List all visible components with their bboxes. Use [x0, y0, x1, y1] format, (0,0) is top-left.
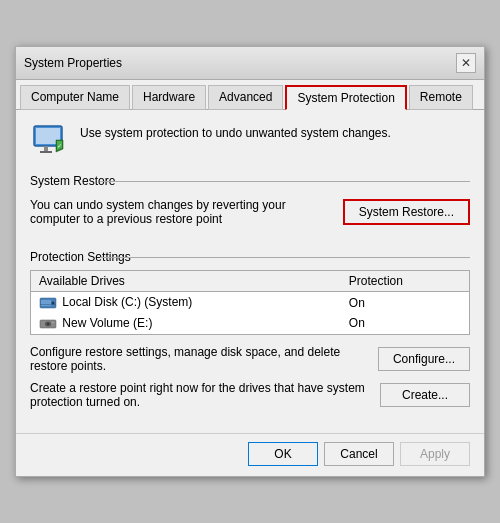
- drive-name-local: Local Disk (C:) (System): [31, 292, 341, 313]
- svg-text:✓: ✓: [57, 143, 62, 149]
- header-description: Use system protection to undo unwanted s…: [80, 122, 391, 140]
- create-description: Create a restore point right now for the…: [30, 381, 370, 409]
- hard-drive-icon: [39, 296, 57, 310]
- create-row: Create a restore point right now for the…: [30, 381, 470, 409]
- tab-hardware[interactable]: Hardware: [132, 85, 206, 110]
- system-restore-row: You can undo system changes by reverting…: [30, 198, 470, 226]
- tab-advanced[interactable]: Advanced: [208, 85, 283, 110]
- drive-name-new: New Volume (E:): [31, 313, 341, 334]
- window-title: System Properties: [24, 56, 122, 70]
- svg-rect-14: [52, 322, 54, 323]
- svg-point-13: [47, 323, 49, 325]
- svg-rect-8: [41, 300, 51, 306]
- svg-rect-10: [40, 304, 56, 305]
- system-protection-icon: ✓: [30, 122, 70, 162]
- protection-status-new: On: [341, 313, 469, 334]
- close-button[interactable]: ✕: [456, 53, 476, 73]
- system-restore-button[interactable]: System Restore...: [343, 199, 470, 225]
- tab-remote[interactable]: Remote: [409, 85, 473, 110]
- tab-computer-name[interactable]: Computer Name: [20, 85, 130, 110]
- configure-button[interactable]: Configure...: [378, 347, 470, 371]
- protection-settings-section: Protection Settings Available Drives Pro…: [30, 250, 470, 409]
- system-restore-label: System Restore: [30, 174, 470, 188]
- header-section: ✓ Use system protection to undo unwanted…: [30, 122, 470, 162]
- title-bar: System Properties ✕: [16, 47, 484, 80]
- tab-system-protection[interactable]: System Protection: [285, 85, 406, 110]
- system-restore-content: You can undo system changes by reverting…: [30, 194, 470, 238]
- disk-drive-icon: [39, 317, 57, 331]
- apply-button[interactable]: Apply: [400, 442, 470, 466]
- system-restore-description: You can undo system changes by reverting…: [30, 198, 333, 226]
- drives-table-container: Available Drives Protection: [30, 270, 470, 335]
- table-row: Local Disk (C:) (System) On: [31, 292, 469, 313]
- table-row: New Volume (E:) On: [31, 313, 469, 334]
- system-properties-dialog: System Properties ✕ Computer Name Hardwa…: [15, 46, 485, 477]
- svg-rect-2: [44, 146, 48, 151]
- ok-button[interactable]: OK: [248, 442, 318, 466]
- col-drives: Available Drives: [31, 271, 341, 292]
- tab-bar: Computer Name Hardware Advanced System P…: [16, 80, 484, 110]
- system-restore-section: System Restore You can undo system chang…: [30, 174, 470, 238]
- svg-rect-3: [40, 151, 52, 153]
- protection-status-local: On: [341, 292, 469, 313]
- main-content: ✓ Use system protection to undo unwanted…: [16, 110, 484, 433]
- drives-table: Available Drives Protection: [31, 271, 469, 334]
- configure-row: Configure restore settings, manage disk …: [30, 345, 470, 373]
- create-button[interactable]: Create...: [380, 383, 470, 407]
- configure-description: Configure restore settings, manage disk …: [30, 345, 368, 373]
- col-protection: Protection: [341, 271, 469, 292]
- bottom-button-bar: OK Cancel Apply: [16, 433, 484, 476]
- cancel-button[interactable]: Cancel: [324, 442, 394, 466]
- protection-settings-label: Protection Settings: [30, 250, 470, 264]
